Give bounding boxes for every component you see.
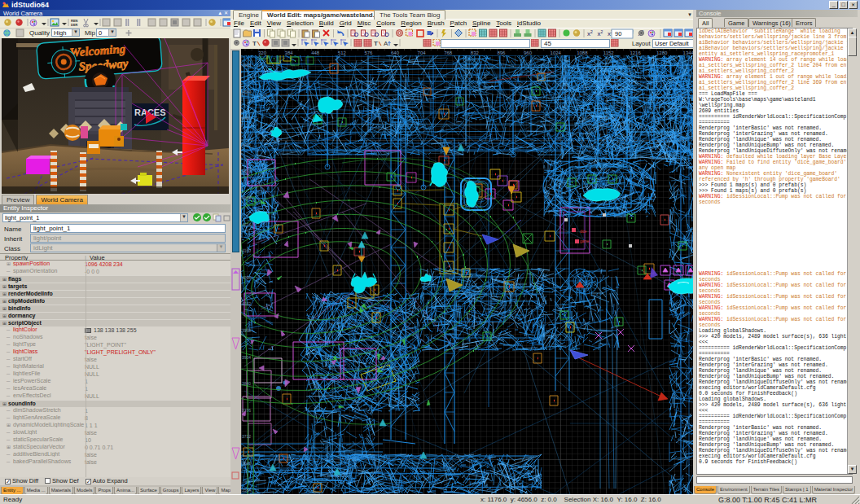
svg-text:1088: 1088	[577, 50, 588, 55]
svg-text:4288: 4288	[242, 195, 251, 200]
svg-text:1216: 1216	[630, 50, 641, 55]
svg-text:384: 384	[285, 50, 294, 55]
svg-text:dice: dice	[580, 230, 587, 234]
svg-text:768: 768	[444, 50, 453, 55]
svg-text:4416: 4416	[242, 142, 251, 147]
svg-text:3648: 3648	[242, 461, 251, 466]
svg-text:704: 704	[418, 50, 427, 55]
svg-text:3712: 3712	[242, 434, 251, 439]
svg-text:1152: 1152	[603, 50, 615, 55]
svg-text:game: game	[580, 239, 590, 243]
svg-text:x2: x2	[598, 29, 603, 37]
svg-text:T: T	[374, 40, 378, 47]
svg-text:320: 320	[258, 50, 267, 55]
svg-text:3904: 3904	[242, 355, 251, 360]
svg-text:1344: 1344	[683, 50, 693, 55]
svg-text:3968: 3968	[242, 328, 251, 333]
svg-text:4032: 4032	[242, 301, 251, 306]
svg-text:1024: 1024	[551, 50, 562, 55]
svg-text:4224: 4224	[242, 222, 251, 227]
svg-text:1280: 1280	[656, 50, 668, 55]
svg-text:x2: x2	[587, 29, 593, 37]
svg-text:4352: 4352	[242, 169, 251, 173]
svg-text:448: 448	[311, 50, 320, 55]
svg-text:576: 576	[364, 50, 373, 55]
svg-text:4160: 4160	[242, 248, 251, 253]
svg-text:DER: DER	[71, 23, 78, 27]
svg-text:A: A	[384, 40, 388, 47]
svg-text:640: 640	[391, 50, 400, 55]
svg-text:960: 960	[524, 50, 533, 55]
svg-text:Top: Top	[257, 56, 264, 61]
svg-text:512: 512	[338, 50, 347, 55]
svg-text:3776: 3776	[242, 408, 251, 413]
svg-text:3840: 3840	[242, 381, 251, 386]
svg-text:90: 90	[615, 30, 621, 37]
svg-text:4608: 4608	[242, 63, 251, 68]
svg-text:832: 832	[471, 50, 480, 55]
svg-text:4480: 4480	[242, 116, 251, 121]
svg-text:3584: 3584	[242, 488, 251, 493]
svg-text:4096: 4096	[242, 275, 251, 280]
svg-text:T: T	[252, 40, 257, 47]
svg-text:4544: 4544	[242, 90, 251, 94]
svg-text:896: 896	[497, 50, 506, 55]
